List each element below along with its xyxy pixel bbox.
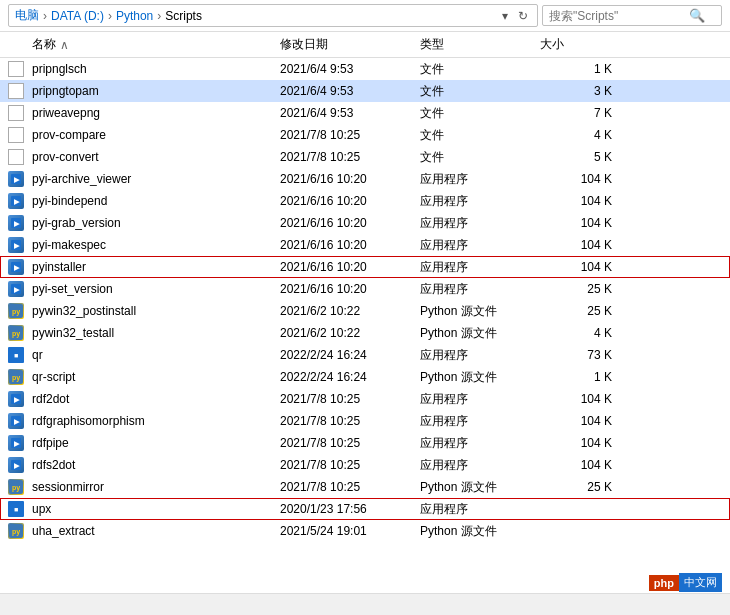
file-date: 2021/7/8 10:25 [280,414,420,428]
file-icon: py [8,303,24,319]
file-size: 7 K [540,106,620,120]
table-row[interactable]: ▶pyi-archive_viewer2021/6/16 10:20应用程序10… [0,168,730,190]
table-row[interactable]: ■upx2020/1/23 17:56应用程序 [0,498,730,520]
table-row[interactable]: priweavepng2021/6/4 9:53文件7 K [0,102,730,124]
breadcrumb-sep-2: › [108,9,112,23]
file-icon-cell [0,105,32,121]
file-icon-cell: py [0,479,32,495]
file-date: 2021/7/8 10:25 [280,128,420,142]
file-icon-cell: ▶ [0,391,32,407]
file-type: 应用程序 [420,391,540,408]
table-row[interactable]: ▶pyi-bindepend2021/6/16 10:20应用程序104 K [0,190,730,212]
file-date: 2021/7/8 10:25 [280,436,420,450]
file-date: 2021/6/4 9:53 [280,106,420,120]
file-size: 104 K [540,392,620,406]
file-name: pywin32_testall [32,326,280,340]
column-header: 名称 ∧ 修改日期 类型 大小 [0,32,730,58]
search-box: 🔍 [542,5,722,26]
file-name: rdfgraphisomorphism [32,414,280,428]
table-row[interactable]: ▶rdfs2dot2021/7/8 10:25应用程序104 K [0,454,730,476]
file-type: 应用程序 [420,259,540,276]
table-row[interactable]: pypywin32_testall2021/6/2 10:22Python 源文… [0,322,730,344]
file-icon-cell [0,83,32,99]
breadcrumb[interactable]: 电脑 › DATA (D:) › Python › Scripts ▾ ↻ [8,4,538,27]
file-name: rdfpipe [32,436,280,450]
file-name: pyi-bindepend [32,194,280,208]
file-date: 2022/2/24 16:24 [280,370,420,384]
table-row[interactable]: prov-compare2021/7/8 10:25文件4 K [0,124,730,146]
file-icon-cell: ■ [0,501,32,517]
file-date: 2022/2/24 16:24 [280,348,420,362]
col-name-label: 名称 [32,36,56,53]
file-name: qr [32,348,280,362]
table-row[interactable]: pyqr-script2022/2/24 16:24Python 源文件1 K [0,366,730,388]
file-size: 3 K [540,84,620,98]
file-name: pripnglsch [32,62,280,76]
file-name: pyinstaller [32,260,280,274]
table-row[interactable]: pripngtopam2021/6/4 9:53文件3 K [0,80,730,102]
file-icon-cell: ▶ [0,259,32,275]
table-row[interactable]: ▶pyi-makespec2021/6/16 10:20应用程序104 K [0,234,730,256]
table-row[interactable]: pypywin32_postinstall2021/6/2 10:22Pytho… [0,300,730,322]
file-name: rdf2dot [32,392,280,406]
file-date: 2021/6/16 10:20 [280,282,420,296]
file-type: Python 源文件 [420,523,540,540]
file-date: 2021/7/8 10:25 [280,458,420,472]
file-icon-cell: ▶ [0,215,32,231]
table-row[interactable]: ▶rdf2dot2021/7/8 10:25应用程序104 K [0,388,730,410]
col-header-date[interactable]: 修改日期 [280,36,420,53]
file-icon: py [8,369,24,385]
search-input[interactable] [549,9,689,23]
file-icon [8,83,24,99]
file-icon: ▶ [8,193,24,209]
file-icon-cell: ▶ [0,435,32,451]
col-header-size[interactable]: 大小 [540,36,620,53]
file-icon-cell: py [0,325,32,341]
file-date: 2021/6/4 9:53 [280,84,420,98]
table-row[interactable]: ▶pyi-grab_version2021/6/16 10:20应用程序104 … [0,212,730,234]
file-list: pripnglsch2021/6/4 9:53文件1 Kpripngtopam2… [0,58,730,593]
file-icon: ▶ [8,391,24,407]
table-row[interactable]: prov-convert2021/7/8 10:25文件5 K [0,146,730,168]
breadcrumb-sep-3: › [157,9,161,23]
breadcrumb-refresh[interactable]: ↻ [515,8,531,24]
breadcrumb-controls: ▾ ↻ [499,8,531,24]
file-icon: py [8,523,24,539]
table-row[interactable]: pripnglsch2021/6/4 9:53文件1 K [0,58,730,80]
file-date: 2021/6/16 10:20 [280,194,420,208]
file-size: 73 K [540,348,620,362]
file-date: 2021/6/16 10:20 [280,260,420,274]
file-type: 文件 [420,149,540,166]
file-icon-cell: py [0,369,32,385]
breadcrumb-python[interactable]: Python [116,9,153,23]
file-type: 应用程序 [420,457,540,474]
col-header-name[interactable]: 名称 ∧ [0,36,280,53]
file-icon-cell [0,127,32,143]
file-date: 2021/5/24 19:01 [280,524,420,538]
file-type: 应用程序 [420,281,540,298]
file-date: 2021/6/4 9:53 [280,62,420,76]
table-row[interactable]: ▶rdfpipe2021/7/8 10:25应用程序104 K [0,432,730,454]
table-row[interactable]: ▶pyi-set_version2021/6/16 10:20应用程序25 K [0,278,730,300]
table-row[interactable]: pyuha_extract2021/5/24 19:01Python 源文件 [0,520,730,542]
table-row[interactable]: ▶pyinstaller2021/6/16 10:20应用程序104 K [0,256,730,278]
file-name: prov-convert [32,150,280,164]
file-date: 2021/6/16 10:20 [280,238,420,252]
address-bar: 电脑 › DATA (D:) › Python › Scripts ▾ ↻ 🔍 [0,0,730,32]
file-icon: ▶ [8,215,24,231]
col-name-arrow: ∧ [60,38,69,52]
file-explorer-window: 电脑 › DATA (D:) › Python › Scripts ▾ ↻ 🔍 … [0,0,730,615]
file-icon: ▶ [8,237,24,253]
file-icon: ▶ [8,171,24,187]
col-header-type[interactable]: 类型 [420,36,540,53]
breadcrumb-sep-1: › [43,9,47,23]
breadcrumb-computer[interactable]: 电脑 [15,7,39,24]
file-date: 2021/6/2 10:22 [280,326,420,340]
table-row[interactable]: pysessionmirror2021/7/8 10:25Python 源文件2… [0,476,730,498]
breadcrumb-drive[interactable]: DATA (D:) [51,9,104,23]
file-type: 应用程序 [420,237,540,254]
file-icon [8,127,24,143]
table-row[interactable]: ▶rdfgraphisomorphism2021/7/8 10:25应用程序10… [0,410,730,432]
breadcrumb-dropdown[interactable]: ▾ [499,8,511,24]
table-row[interactable]: ■qr2022/2/24 16:24应用程序73 K [0,344,730,366]
